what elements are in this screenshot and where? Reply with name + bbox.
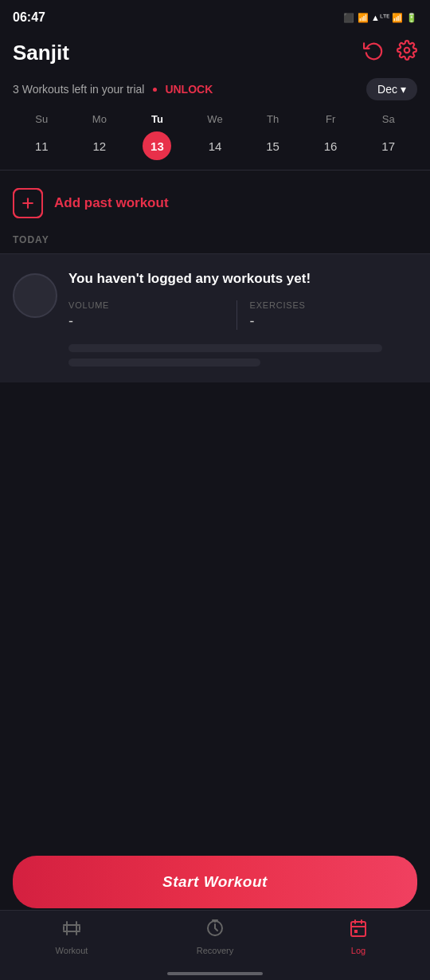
workout-card-inner: You haven't logged any workouts yet! VOL… (13, 270, 417, 367)
cast-icon: ⬛ (343, 13, 354, 23)
month-selector[interactable]: Dec ▾ (366, 78, 417, 100)
battery-icon: 🔋 (406, 13, 417, 23)
status-time: 06:47 (13, 10, 45, 25)
add-past-workout-button[interactable]: Add past workout (0, 177, 430, 229)
nav-item-recovery[interactable]: Recovery (143, 919, 287, 955)
trial-info: 3 Workouts left in your trial UNLOCK (13, 82, 213, 96)
trial-text: 3 Workouts left in your trial (13, 83, 144, 96)
trial-banner: 3 Workouts left in your trial UNLOCK Dec… (0, 72, 430, 107)
nav-label-workout: Workout (56, 946, 88, 955)
header-icons (363, 40, 417, 65)
dot-separator (153, 88, 157, 92)
add-past-label: Add past workout (54, 195, 169, 211)
day-header-th: Th (244, 113, 302, 125)
unlock-button[interactable]: UNLOCK (165, 83, 213, 96)
calendar-day-15[interactable]: 15 (259, 131, 287, 160)
calendar-day-11[interactable]: 11 (27, 131, 56, 160)
add-past-icon (13, 188, 43, 218)
divider-1 (0, 170, 430, 171)
nav-label-recovery: Recovery (197, 946, 233, 955)
header: Sanjit (0, 32, 430, 72)
svg-point-0 (405, 48, 410, 53)
calendar-day-12[interactable]: 12 (85, 131, 114, 160)
svg-rect-15 (354, 930, 358, 933)
start-workout-button[interactable]: Start Workout (13, 856, 417, 908)
calendar-header: Su Mo Tu We Th Fr Sa (13, 113, 417, 125)
workout-info: You haven't logged any workouts yet! VOL… (68, 270, 417, 367)
calendar-day-14[interactable]: 14 (201, 131, 229, 160)
svg-rect-11 (351, 922, 366, 936)
calendar: Su Mo Tu We Th Fr Sa 11 12 13 14 15 16 1… (0, 107, 430, 163)
workout-empty-text: You haven't logged any workouts yet! (68, 270, 417, 288)
clock-icon (205, 919, 225, 943)
nav-label-log: Log (351, 946, 366, 955)
calendar-day-16[interactable]: 16 (316, 131, 345, 160)
volume-label: VOLUME (68, 300, 236, 310)
dumbbell-icon (62, 919, 81, 943)
calendar-day-13[interactable]: 13 (143, 131, 171, 160)
month-label: Dec (377, 83, 397, 96)
workout-card: You haven't logged any workouts yet! VOL… (0, 253, 430, 382)
workout-bar-2 (68, 359, 260, 367)
status-icons: ⬛ 📶 ▲ᴸᵀᴱ 📶 🔋 (343, 13, 417, 23)
nav-item-log[interactable]: Log (287, 919, 430, 955)
bottom-indicator (167, 972, 263, 975)
page-title: Sanjit (13, 41, 69, 65)
calendar-icon (349, 919, 368, 943)
exercises-value: - (250, 313, 418, 330)
exercises-stat: EXERCISES - (236, 300, 418, 330)
bottom-nav: Workout Recovery Log (0, 910, 430, 980)
day-header-we: We (186, 113, 244, 125)
nav-item-workout[interactable]: Workout (0, 919, 143, 955)
exercises-label: EXERCISES (250, 300, 418, 310)
day-header-mo: Mo (71, 113, 129, 125)
workout-bar-1 (68, 344, 382, 352)
chevron-down-icon: ▾ (401, 83, 406, 96)
volume-value: - (68, 313, 236, 330)
signal-icons: 📶 ▲ᴸᵀᴱ 📶 (358, 13, 403, 23)
today-label: TODAY (0, 229, 430, 253)
calendar-days: 11 12 13 14 15 16 17 (13, 131, 417, 160)
volume-stat: VOLUME - (68, 300, 236, 330)
day-header-fr: Fr (302, 113, 360, 125)
calendar-day-17[interactable]: 17 (374, 131, 403, 160)
workout-stats: VOLUME - EXERCISES - (68, 300, 417, 330)
day-header-sa: Sa (359, 113, 417, 125)
history-icon[interactable] (363, 40, 384, 65)
workout-avatar (13, 273, 57, 318)
status-bar: 06:47 ⬛ 📶 ▲ᴸᵀᴱ 📶 🔋 (0, 0, 430, 32)
workout-bars (68, 344, 417, 367)
day-header-su: Su (13, 113, 71, 125)
day-header-tu: Tu (128, 113, 186, 125)
settings-icon[interactable] (397, 40, 417, 65)
